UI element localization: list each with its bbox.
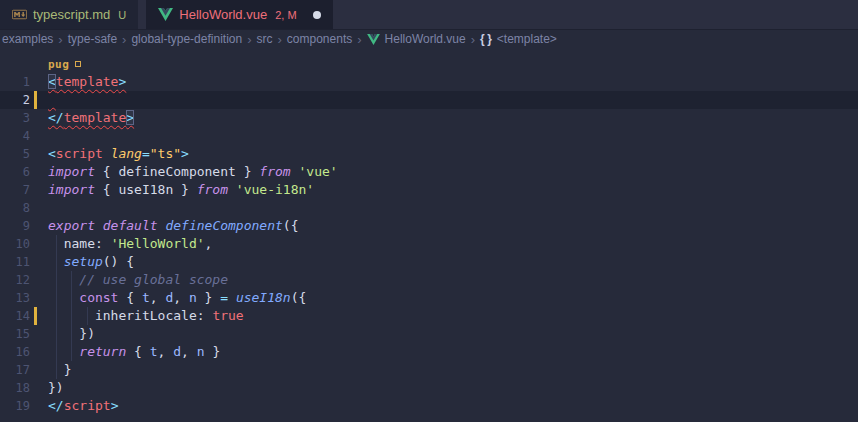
gutter [30,109,48,127]
indent-guide [56,271,57,289]
code-line[interactable]: 9export default defineComponent({ [0,217,858,235]
gutter [30,199,48,217]
vue-icon [158,8,173,21]
code-line[interactable]: 5<script lang="ts"> [0,145,858,163]
code-text[interactable]: export default defineComponent({ [48,217,858,235]
problems-git-badge: 2, M [275,9,296,21]
indent-guide [56,343,57,361]
code-line[interactable]: 1<template> [0,73,858,91]
code-text[interactable]: const { t, d, n } = useI18n({ [48,289,858,307]
code-text[interactable]: }) [48,379,858,397]
git-modified-indicator [34,307,37,325]
line-number: 2 [0,91,30,109]
tab-typescript-md[interactable]: typescript.md U [0,0,138,29]
code-text[interactable]: inheritLocale: true [48,307,858,325]
code-line[interactable]: 18}) [0,379,858,397]
gutter [30,271,48,289]
indent-guide [71,325,72,343]
line-number: 7 [0,181,30,199]
breadcrumb-separator: › [357,32,361,47]
breadcrumb-separator: › [122,32,126,47]
code-text[interactable]: name: 'HelloWorld', [48,235,858,253]
code-line[interactable]: 7import { useI18n } from 'vue-i18n' [0,181,858,199]
indent-guide [56,307,57,325]
gutter [30,145,48,163]
code-line[interactable]: 15 }) [0,325,858,343]
line-number: 11 [0,253,30,271]
code-text[interactable]: <template> [48,73,858,91]
unsaved-changes-dot[interactable] [313,11,321,19]
breadcrumb-item-components[interactable]: components [287,32,352,46]
tab-label: HelloWorld.vue [179,7,267,22]
code-text[interactable] [48,91,858,109]
breadcrumb-item-src[interactable]: src [257,32,273,46]
gutter [30,343,48,361]
code-text[interactable]: // use global scope [48,271,858,289]
template-lang-hint-row: pug [0,55,858,73]
code-line[interactable]: 12 // use global scope [0,271,858,289]
indent-guide [56,289,57,307]
code-line[interactable]: 11 setup() { [0,253,858,271]
code-text[interactable]: import { useI18n } from 'vue-i18n' [48,181,858,199]
gutter [30,235,48,253]
template-lang-hint-label: pug [48,58,69,71]
code-lines: 1<template>2 3</template>45<script lang=… [0,73,858,415]
breadcrumb-separator: › [471,32,475,47]
code-text[interactable]: setup() { [48,253,858,271]
vue-icon [367,34,380,45]
gutter [30,289,48,307]
breadcrumb-item-examples[interactable]: examples [2,32,53,46]
indent-guide [56,361,57,379]
breadcrumb-item-helloworld-vue[interactable]: HelloWorld.vue [385,32,466,46]
code-text[interactable]: </script> [48,397,858,415]
code-text[interactable]: <script lang="ts"> [48,145,858,163]
indent-guide [87,307,88,325]
code-line[interactable]: 14 inheritLocale: true [0,307,858,325]
line-number: 19 [0,397,30,415]
gutter [30,325,48,343]
code-line[interactable]: 19</script> [0,397,858,415]
code-line[interactable]: 10 name: 'HelloWorld', [0,235,858,253]
breadcrumb-separator: › [278,32,282,47]
breadcrumb-item-template-symbol[interactable]: <template> [497,32,557,46]
line-number: 4 [0,127,30,145]
line-number: 9 [0,217,30,235]
code-line[interactable]: 4 [0,127,858,145]
line-number: 14 [0,307,30,325]
code-text[interactable] [48,127,858,145]
code-text[interactable]: import { defineComponent } from 'vue' [48,163,858,181]
gutter [30,361,48,379]
code-text[interactable] [48,199,858,217]
gutter [30,91,48,109]
line-number: 12 [0,271,30,289]
line-number: 10 [0,235,30,253]
code-line[interactable]: 16 return { t, d, n } [0,343,858,361]
code-line[interactable]: 2 [0,91,858,109]
template-lang-hint-button[interactable]: pug [48,58,81,71]
code-line[interactable]: 3</template> [0,109,858,127]
code-text[interactable]: </template> [48,109,858,127]
gutter [30,163,48,181]
code-line[interactable]: 13 const { t, d, n } = useI18n({ [0,289,858,307]
code-text[interactable]: } [48,361,858,379]
gutter [30,181,48,199]
markdown-icon [12,9,27,20]
code-text[interactable]: }) [48,325,858,343]
indent-guide [71,307,72,325]
code-line[interactable]: 17 } [0,361,858,379]
line-number: 13 [0,289,30,307]
breadcrumb-item-type-safe[interactable]: type-safe [68,32,117,46]
line-number: 18 [0,379,30,397]
breadcrumb: examples › type-safe › global-type-defin… [0,30,858,48]
gutter [30,217,48,235]
code-line[interactable]: 8 [0,199,858,217]
code-line[interactable]: 6import { defineComponent } from 'vue' [0,163,858,181]
code-text[interactable]: return { t, d, n } [48,343,858,361]
tab-helloworld-vue[interactable]: HelloWorld.vue 2, M [146,0,332,29]
indent-guide [56,253,57,271]
indent-guide [71,289,72,307]
gutter [30,253,48,271]
breadcrumb-item-global-type-definition[interactable]: global-type-definition [131,32,242,46]
line-number: 3 [0,109,30,127]
breadcrumb-separator: › [58,32,62,47]
